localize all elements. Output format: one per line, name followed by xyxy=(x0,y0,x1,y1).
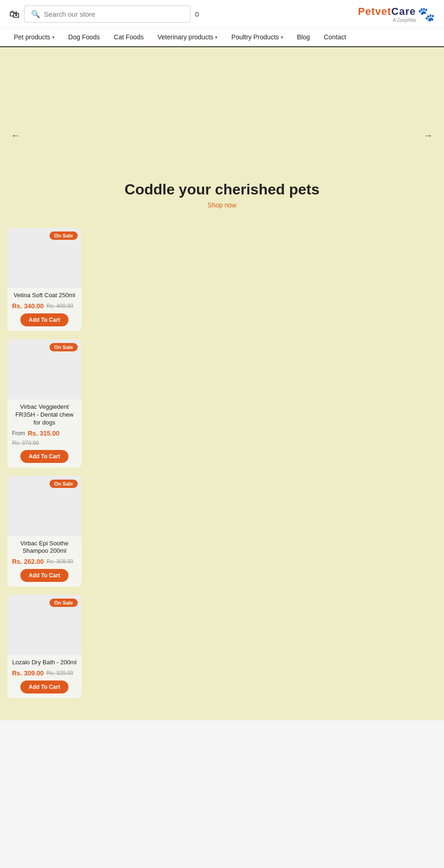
product-name-2: Virbac Veggiedent FR3SH - Dental chew fo… xyxy=(12,403,77,427)
hero-content: Coddle your cherished pets Shop now xyxy=(124,181,319,209)
logo-text: PetvetCare xyxy=(358,6,416,17)
nav-label-cat-foods: Cat Foods xyxy=(114,33,144,41)
product-card-1: On Sale Vetina Soft Coat 250ml Rs. 340.0… xyxy=(7,228,81,331)
add-to-cart-button-2[interactable]: Add To Cart xyxy=(20,450,68,463)
original-price-1: Rs. 400.00 xyxy=(47,303,74,309)
nav-label-dog-foods: Dog Foods xyxy=(68,33,100,41)
nav-label-poultry-products: Poultry Products xyxy=(231,33,279,41)
nav-item-veterinary-products[interactable]: Veterinary products ▾ xyxy=(151,29,224,46)
sale-price-2: Rs. 315.00 xyxy=(28,430,60,437)
from-label-2: From xyxy=(12,430,25,437)
original-price-4: Rs. 329.00 xyxy=(47,670,74,676)
nav-label-contact: Contact xyxy=(324,33,346,41)
product-info-2: Virbac Veggiedent FR3SH - Dental chew fo… xyxy=(7,400,81,468)
sale-price-3: Rs. 262.00 xyxy=(12,558,44,565)
search-input[interactable] xyxy=(44,10,184,18)
product-info-1: Vetina Soft Coat 250ml Rs. 340.00 Rs. 40… xyxy=(7,288,81,331)
product-name-1: Vetina Soft Coat 250ml xyxy=(12,292,77,300)
product-price-row-3: Rs. 262.00 Rs. 308.00 xyxy=(12,558,77,565)
original-price-3: Rs. 308.00 xyxy=(47,558,74,565)
product-price-row-2: From Rs. 315.00 Rs. 370.00 xyxy=(12,430,77,446)
search-bar[interactable]: 🔍 xyxy=(24,6,191,23)
add-to-cart-button-3[interactable]: Add To Cart xyxy=(20,569,68,582)
on-sale-badge-3: On Sale xyxy=(49,480,78,488)
product-image-3: On Sale xyxy=(7,476,81,536)
nav-item-poultry-products[interactable]: Poultry Products ▾ xyxy=(225,29,290,46)
hero-next-arrow[interactable]: → xyxy=(420,126,437,144)
product-name-4: Lozalo Dry Bath - 200ml xyxy=(12,659,77,667)
hero-shop-now-link[interactable]: Shop now xyxy=(208,201,236,209)
products-section: On Sale Vetina Soft Coat 250ml Rs. 340.0… xyxy=(0,223,444,720)
product-image-4: On Sale xyxy=(7,595,81,655)
original-price-2: Rs. 370.00 xyxy=(12,440,39,446)
nav-label-blog: Blog xyxy=(297,33,310,41)
nav-item-blog[interactable]: Blog xyxy=(290,29,316,46)
nav-label-pet-products: Pet products xyxy=(14,33,50,41)
product-card-3: On Sale Virbac Epi Soothe Shampoo 200ml … xyxy=(7,476,81,587)
hero-banner: ← Coddle your cherished pets Shop now → xyxy=(0,47,444,223)
logo-icon: 🐾 xyxy=(418,6,435,22)
navigation: Pet products ▾ Dog Foods Cat Foods Veter… xyxy=(0,29,444,47)
product-price-row-4: Rs. 309.00 Rs. 329.00 xyxy=(12,669,77,677)
chevron-down-icon-vet: ▾ xyxy=(215,35,217,40)
cart-icon[interactable]: 🛍 xyxy=(9,8,19,20)
on-sale-badge-1: On Sale xyxy=(49,231,78,240)
header: 🛍 🔍 0 PetvetCare A Zoophilia 🐾 xyxy=(0,0,444,29)
product-image-2: On Sale xyxy=(7,339,81,400)
nav-item-cat-foods[interactable]: Cat Foods xyxy=(107,29,150,46)
header-left: 🛍 🔍 0 xyxy=(9,6,199,23)
product-card-4: On Sale Lozalo Dry Bath - 200ml Rs. 309.… xyxy=(7,595,81,698)
nav-item-contact[interactable]: Contact xyxy=(317,29,352,46)
product-name-3: Virbac Epi Soothe Shampoo 200ml xyxy=(12,540,77,556)
on-sale-badge-4: On Sale xyxy=(49,599,78,607)
sale-price-1: Rs. 340.00 xyxy=(12,302,44,310)
product-card-2: On Sale Virbac Veggiedent FR3SH - Dental… xyxy=(7,339,81,468)
add-to-cart-button-1[interactable]: Add To Cart xyxy=(20,313,68,326)
product-price-row-1: Rs. 340.00 Rs. 400.00 xyxy=(12,302,77,310)
logo-sub: A Zoophilia xyxy=(358,18,416,23)
hero-title: Coddle your cherished pets xyxy=(124,181,319,198)
product-info-3: Virbac Epi Soothe Shampoo 200ml Rs. 262.… xyxy=(7,536,81,587)
search-icon: 🔍 xyxy=(31,10,40,19)
sale-price-4: Rs. 309.00 xyxy=(12,669,44,677)
chevron-down-icon: ▾ xyxy=(52,35,55,40)
add-to-cart-button-4[interactable]: Add To Cart xyxy=(20,681,68,693)
product-info-4: Lozalo Dry Bath - 200ml Rs. 309.00 Rs. 3… xyxy=(7,655,81,698)
product-image-1: On Sale xyxy=(7,228,81,288)
cart-count: 0 xyxy=(195,11,199,18)
nav-item-dog-foods[interactable]: Dog Foods xyxy=(62,29,106,46)
hero-prev-arrow[interactable]: ← xyxy=(7,126,24,144)
nav-item-pet-products[interactable]: Pet products ▾ xyxy=(7,29,61,46)
chevron-down-icon-poultry: ▾ xyxy=(281,35,283,40)
cart-area[interactable]: 🛍 xyxy=(9,8,19,20)
logo: PetvetCare A Zoophilia 🐾 xyxy=(358,6,435,23)
nav-label-veterinary-products: Veterinary products xyxy=(158,33,214,41)
on-sale-badge-2: On Sale xyxy=(49,343,78,351)
